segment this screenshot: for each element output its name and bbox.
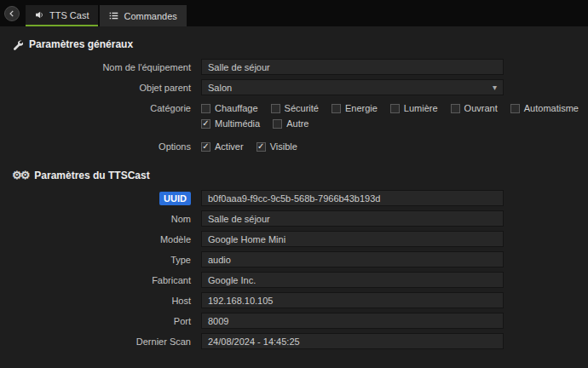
port-input[interactable]	[201, 313, 504, 329]
field-label-categorie: Catégorie	[10, 100, 201, 113]
checkbox-box	[201, 142, 210, 152]
type-input[interactable]	[201, 251, 504, 267]
speaker-icon	[35, 10, 44, 20]
tab-label: Commandes	[124, 11, 176, 21]
checkbox-multimedia[interactable]: Multimédia	[201, 118, 260, 129]
checkbox-ouvrant[interactable]: Ouvrant	[451, 103, 498, 113]
uuid-badge: UUID	[159, 192, 191, 205]
host-input[interactable]	[201, 292, 504, 308]
chevron-down-icon: ▾	[493, 83, 497, 92]
modele-input[interactable]	[201, 231, 504, 247]
objet-parent-selected-value: Salon	[208, 83, 232, 93]
checkbox-label: Visible	[270, 141, 297, 152]
fabricant-input[interactable]	[201, 272, 504, 288]
checkbox-box	[273, 119, 282, 129]
main-content: Paramètres généraux Nom de l'équipement …	[0, 26, 588, 349]
uuid-input[interactable]	[201, 190, 504, 206]
topbar: TTS Cast Commandes	[0, 0, 588, 26]
row-modele: Modèle	[10, 231, 588, 247]
checkbox-box	[201, 104, 210, 113]
nom-equipement-input[interactable]	[201, 59, 504, 75]
checkbox-label: Ouvrant	[464, 103, 498, 113]
checkbox-visible[interactable]: Visible	[257, 141, 297, 152]
field-label-nom: Nom	[10, 210, 201, 224]
section-title-text: Paramètres du TTSCast	[34, 170, 149, 181]
checkbox-label: Sécurité	[285, 103, 319, 113]
field-label-objet-parent: Objet parent	[10, 79, 201, 93]
row-port: Port	[10, 313, 588, 329]
field-label-uuid: UUID	[10, 190, 201, 204]
checkbox-autre[interactable]: Autre	[273, 118, 308, 129]
field-label-nom-equipement: Nom de l'équipement	[10, 59, 201, 72]
checkbox-lumiere[interactable]: Lumière	[390, 103, 438, 113]
checkbox-securite[interactable]: Sécurité	[271, 103, 319, 113]
list-icon	[109, 11, 118, 20]
field-label-host: Host	[10, 292, 201, 306]
checkbox-label: Multimédia	[215, 118, 260, 129]
tab-label: TTS Cast	[49, 10, 89, 20]
checkbox-box	[331, 104, 341, 113]
row-dernier-scan: Dernier Scan	[10, 333, 588, 349]
row-categorie: Catégorie Chauffage Sécurité Energie Lum…	[10, 100, 588, 134]
checkbox-label: Activer	[215, 141, 244, 152]
section-title-parametres-generaux: Paramètres généraux	[12, 38, 588, 50]
field-label-dernier-scan: Dernier Scan	[10, 333, 201, 347]
checkbox-box	[390, 104, 400, 113]
checkbox-box	[271, 104, 280, 113]
checkbox-box	[510, 104, 520, 113]
section-title-parametres-ttscast: ⚙⚙ Paramètres du TTSCast	[12, 169, 588, 181]
checkbox-box	[201, 119, 210, 129]
tab-tts-cast[interactable]: TTS Cast	[26, 5, 98, 26]
field-label-type: Type	[10, 251, 201, 265]
checkbox-box	[257, 142, 266, 152]
chevron-left-icon	[8, 9, 16, 18]
row-options: Options Activer Visible	[10, 138, 588, 153]
row-nom: Nom	[10, 210, 588, 227]
back-button[interactable]	[4, 6, 20, 21]
categorie-row-2: Multimédia Autre	[201, 118, 504, 129]
checkbox-label: Chauffage	[215, 103, 258, 113]
tab-bar: TTS Cast Commandes	[26, 5, 187, 26]
tab-commandes[interactable]: Commandes	[100, 5, 186, 26]
checkbox-label: Automatisme	[524, 103, 579, 113]
checkbox-energie[interactable]: Energie	[331, 103, 378, 113]
wrench-icon	[12, 39, 23, 50]
checkbox-label: Energie	[345, 103, 378, 113]
dernier-scan-input[interactable]	[201, 333, 504, 349]
row-nom-equipement: Nom de l'équipement	[10, 59, 588, 75]
checkbox-box	[451, 104, 460, 113]
checkbox-label: Autre	[286, 118, 308, 129]
gears-icon: ⚙⚙	[12, 169, 28, 181]
section-title-text: Paramètres généraux	[29, 38, 133, 50]
field-label-fabricant: Fabricant	[10, 272, 201, 285]
objet-parent-select[interactable]: Salon ▾	[201, 79, 504, 95]
checkbox-label: Lumière	[404, 103, 438, 113]
nom-input[interactable]	[201, 210, 504, 227]
categorie-row-1: Chauffage Sécurité Energie Lumière Ouvra…	[201, 100, 504, 113]
checkbox-activer[interactable]: Activer	[201, 141, 244, 152]
row-fabricant: Fabricant	[10, 272, 588, 288]
field-label-port: Port	[10, 313, 201, 326]
row-type: Type	[10, 251, 588, 267]
checkbox-automatisme[interactable]: Automatisme	[510, 103, 579, 113]
row-objet-parent: Objet parent Salon ▾	[10, 79, 588, 95]
checkbox-chauffage[interactable]: Chauffage	[201, 103, 258, 113]
row-host: Host	[10, 292, 588, 308]
options-row: Activer Visible	[201, 138, 504, 152]
field-label-modele: Modèle	[10, 231, 201, 244]
field-label-options: Options	[10, 138, 201, 152]
row-uuid: UUID	[10, 190, 588, 206]
